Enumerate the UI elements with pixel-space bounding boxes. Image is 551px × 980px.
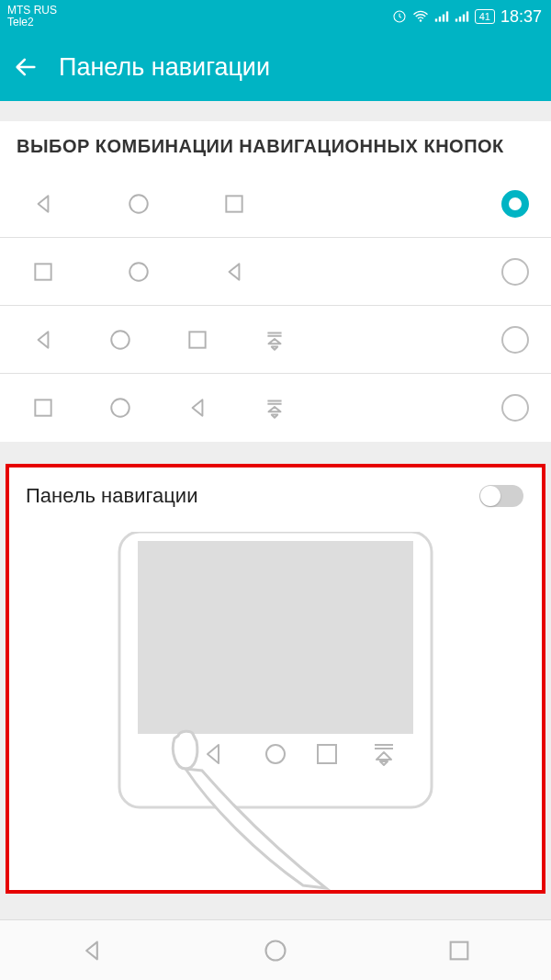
- home-icon: [108, 396, 132, 420]
- signal-2-icon: [455, 10, 469, 23]
- svg-rect-3: [439, 17, 441, 22]
- back-button[interactable]: [13, 54, 59, 80]
- svg-rect-16: [35, 400, 51, 415]
- svg-rect-4: [443, 15, 444, 22]
- radio-selected-icon: [501, 190, 529, 218]
- carrier-labels: MTS RUS Tele2: [7, 5, 57, 28]
- back-icon: [222, 260, 246, 284]
- svg-rect-19: [138, 541, 413, 734]
- battery-level: 41: [479, 11, 490, 22]
- svg-rect-15: [189, 332, 205, 347]
- svg-point-14: [111, 331, 129, 349]
- svg-rect-12: [35, 264, 51, 279]
- home-icon: [127, 192, 151, 216]
- nav-combo-option-4[interactable]: [0, 374, 551, 442]
- svg-point-10: [129, 195, 148, 213]
- page-title: Панель навигации: [59, 53, 270, 82]
- section-header: ВЫБОР КОМБИНАЦИИ НАВИГАЦИОННЫХ КНОПОК: [0, 121, 551, 170]
- carrier-2: Tele2: [7, 17, 57, 28]
- clock-icon: [392, 9, 407, 24]
- app-bar: Панель навигации: [0, 33, 551, 101]
- nav-combo-option-2[interactable]: [0, 238, 551, 306]
- nav-combo-option-1[interactable]: [0, 170, 551, 238]
- system-recent-button[interactable]: [446, 938, 472, 963]
- svg-rect-7: [459, 17, 461, 22]
- svg-point-13: [129, 263, 148, 281]
- battery-icon: 41: [475, 9, 495, 24]
- signal-1-icon: [434, 10, 449, 23]
- wifi-icon: [412, 9, 429, 24]
- back-icon: [31, 328, 55, 352]
- system-back-button[interactable]: [79, 938, 105, 963]
- svg-point-1: [420, 19, 422, 21]
- svg-rect-8: [463, 15, 465, 22]
- nav-panel-section-highlighted: Панель навигации: [6, 464, 545, 894]
- status-time: 18:37: [500, 7, 542, 27]
- svg-rect-9: [467, 11, 468, 21]
- nav-panel-illustration: [110, 532, 441, 890]
- back-icon: [186, 396, 209, 420]
- svg-rect-23: [451, 941, 468, 959]
- recent-icon: [222, 192, 246, 216]
- recent-icon: [186, 328, 209, 352]
- system-nav-bar: [0, 919, 551, 980]
- status-bar: MTS RUS Tele2 41 18:37: [0, 0, 551, 33]
- home-icon: [127, 260, 151, 284]
- nav-panel-toggle-label: Панель навигации: [26, 484, 197, 508]
- collapse-icon: [263, 396, 287, 420]
- svg-rect-5: [446, 11, 448, 21]
- system-home-button[interactable]: [263, 938, 288, 963]
- radio-icon: [501, 258, 529, 286]
- svg-point-17: [111, 399, 129, 417]
- nav-combo-option-3[interactable]: [0, 306, 551, 374]
- svg-rect-11: [226, 196, 242, 211]
- recent-icon: [31, 260, 55, 284]
- svg-rect-6: [455, 18, 457, 21]
- svg-point-22: [266, 941, 286, 960]
- status-icons: 41 18:37: [392, 7, 542, 27]
- svg-point-20: [266, 745, 285, 763]
- back-icon: [31, 192, 55, 216]
- toggle-off-icon[interactable]: [479, 485, 523, 507]
- nav-combo-list: [0, 170, 551, 442]
- radio-icon: [501, 394, 529, 422]
- svg-rect-21: [318, 745, 336, 763]
- recent-icon: [31, 396, 55, 420]
- collapse-icon: [263, 328, 287, 352]
- nav-panel-toggle-row[interactable]: Панель навигации: [9, 467, 542, 513]
- home-icon: [108, 328, 132, 352]
- radio-icon: [501, 326, 529, 354]
- svg-rect-2: [435, 18, 437, 21]
